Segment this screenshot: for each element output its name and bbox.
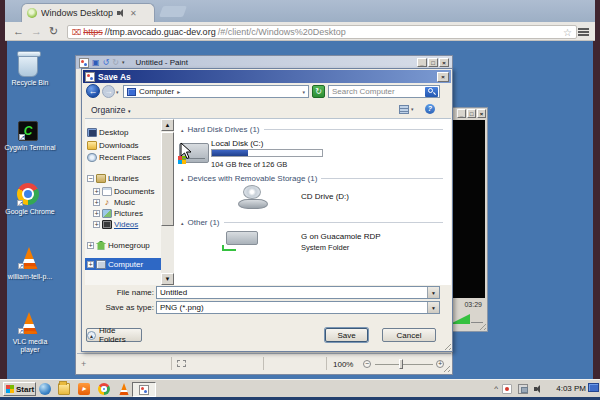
dialog-title: Save As [98,72,131,82]
google-chrome-icon: ↗ [17,183,39,205]
breadcrumb-dropdown-icon[interactable]: ▾ [302,89,305,95]
scroll-down-icon[interactable]: ▼ [161,273,174,285]
expand-icon[interactable]: + [93,188,100,195]
tree-item-homegroup[interactable]: +Homegroup [87,239,161,251]
tree-item-computer[interactable]: +Computer [85,258,161,270]
search-input[interactable]: Search Computer [328,85,440,98]
file-name-dropdown-icon[interactable]: ▼ [427,287,439,298]
quick-launch-vlc-icon[interactable] [118,383,130,395]
collapse-up-icon: ▲ [87,331,96,340]
tree-item-libraries[interactable]: −Libraries [87,172,161,184]
browser-back-button[interactable]: ← [13,24,24,38]
file-name-input[interactable]: Untitled ▼ [156,286,440,299]
taskbar-clock[interactable]: 4:03 PM [556,384,586,393]
hide-folders-button[interactable]: ▲ Hide Folders [86,328,142,342]
breadcrumb-item[interactable]: Computer [139,87,174,96]
tray-network-icon[interactable] [518,384,528,394]
scroll-up-icon[interactable]: ▲ [161,119,174,131]
bookmark-star-icon[interactable]: ☆ [563,27,572,38]
dialog-close-button[interactable]: × [437,72,449,82]
computer-tree-icon [96,260,106,269]
zoom-out-button[interactable]: − [363,360,371,368]
cursor-position-icon: + [81,359,86,369]
address-bar[interactable]: ⌧ https //tmp.avocado.guac-dev.org /#/cl… [67,25,577,39]
tab-close-icon[interactable]: ✕ [130,9,137,18]
computer-icon [127,88,136,96]
save-as-dialog: Save As × ← → ▾ Computer ▸ ▾ ↻ Search Co… [81,68,453,352]
browser-reload-button[interactable]: ↻ [49,24,58,38]
paint-redo-icon[interactable]: ↻ [112,59,119,67]
tray-alert-icon[interactable] [502,384,512,394]
expand-icon[interactable]: + [93,199,100,206]
paint-maximize-button[interactable]: □ [428,58,438,67]
browser-forward-button[interactable]: → [31,24,42,38]
vlc-video-area [449,120,485,298]
vlc-maximize-button[interactable]: □ [467,109,476,118]
drive-list-pane: ▴Hard Disk Drives (1) Local Disk (C:) 10… [174,119,451,285]
paint-close-button[interactable]: × [439,58,449,67]
tree-scrollbar[interactable]: ▲ ▼ [161,119,174,285]
scrollbar-thumb[interactable] [161,132,174,226]
dialog-resize-grip[interactable] [442,341,451,350]
tree-item-videos[interactable]: +Videos [93,218,167,230]
url-scheme: https [83,27,103,37]
breadcrumb-separator-icon[interactable]: ▸ [177,88,180,95]
vlc-minimize-button[interactable]: _ [457,109,466,118]
start-button[interactable]: Start [3,382,36,396]
nav-forward-button[interactable]: → [102,85,115,98]
browser-tab[interactable]: Windows Desktop ✕ [21,3,155,22]
paint-minimize-button[interactable]: _ [417,58,427,67]
desktop-tree-icon [87,128,97,137]
nav-back-button[interactable]: ← [86,84,100,98]
group-header-hard-disks[interactable]: ▴Hard Disk Drives (1) [181,125,443,134]
vlc-close-button[interactable]: × [477,109,486,118]
save-type-select[interactable]: PNG (*.png) ▼ [156,301,440,314]
quick-launch-chrome-icon[interactable] [98,383,110,395]
show-desktop-icon[interactable] [588,383,599,392]
zoom-in-button[interactable]: + [436,360,444,368]
cancel-button[interactable]: Cancel [382,328,436,342]
group-header-removable[interactable]: ▴Devices with Removable Storage (1) [181,174,443,183]
new-tab-button[interactable] [159,6,187,17]
drive-name: CD Drive (D:) [301,192,349,201]
quick-launch-explorer-icon[interactable] [58,383,70,395]
expand-icon[interactable]: + [87,261,94,268]
tab-title: Windows Desktop [41,8,113,18]
refresh-button[interactable]: ↻ [312,85,325,98]
save-button[interactable]: Save [325,328,368,342]
organize-button[interactable]: Organize ▾ [91,105,130,115]
disk-usage-fill [212,150,248,156]
drive-name: Local Disk (C:) [211,139,263,148]
tree-item-desktop[interactable]: Desktop [87,126,161,138]
dialog-title-bar[interactable]: Save As × [83,70,451,83]
quick-launch-browser-icon[interactable] [39,383,51,395]
tree-item-recent-places[interactable]: Recent Places [87,151,161,163]
quick-launch-media-player-icon[interactable]: ▸ [78,383,90,395]
zoom-slider[interactable] [399,359,403,369]
views-dropdown-icon[interactable]: ▾ [411,106,414,112]
paint-task-button[interactable] [132,382,156,397]
disk-usage-bar [211,149,323,157]
expand-icon[interactable]: + [93,210,100,217]
group-header-other[interactable]: ▴Other (1) [181,218,443,227]
paint-undo-icon[interactable]: ↺ [103,59,110,67]
tab-audio-icon[interactable] [117,9,126,17]
search-button[interactable] [425,87,438,97]
tray-expand-icon[interactable]: ^ [494,384,498,393]
expand-icon[interactable]: + [93,221,100,228]
qat-dropdown-icon[interactable]: ▾ [122,60,125,65]
collapse-icon[interactable]: − [87,175,94,182]
browser-menu-icon[interactable] [578,28,589,36]
expand-icon[interactable]: + [87,242,94,249]
breadcrumb[interactable]: Computer ▸ ▾ [123,85,309,98]
vlc-volume-slider[interactable] [450,314,470,324]
nav-history-dropdown-icon[interactable]: ▾ [116,89,119,95]
views-button-icon[interactable] [399,105,409,114]
help-icon[interactable]: ? [425,104,435,114]
selection-size-icon [177,360,186,367]
paint-save-icon[interactable]: ▣ [92,59,100,67]
tree-item-downloads[interactable]: Downloads [87,139,161,151]
save-type-label: Save as type: [92,303,154,312]
tray-volume-icon[interactable] [534,385,544,393]
save-type-dropdown-icon[interactable]: ▼ [427,302,439,313]
